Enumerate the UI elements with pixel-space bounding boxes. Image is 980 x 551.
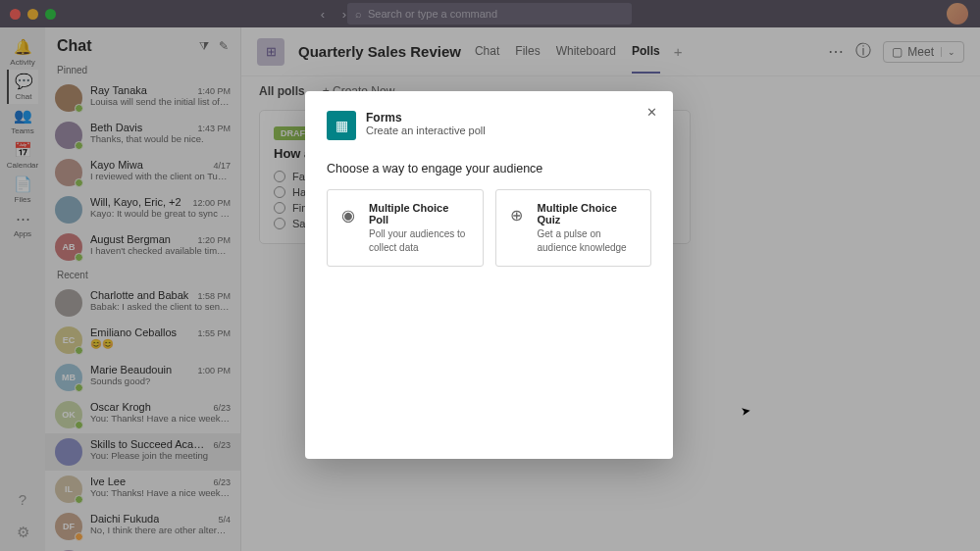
forms-modal: ✕ ▦ Forms Create an interactive poll Cho…: [305, 91, 673, 459]
option-desc: Get a pulse on audience knowledge: [538, 227, 640, 254]
modal-app-name: Forms: [366, 111, 486, 125]
close-icon[interactable]: ✕: [646, 105, 657, 120]
poll-type-option[interactable]: ⊕Multiple Choice QuizGet a pulse on audi…: [495, 189, 652, 267]
forms-app-icon: ▦: [327, 111, 356, 140]
poll-type-option[interactable]: ◉Multiple Choice PollPoll your audiences…: [327, 189, 484, 267]
option-icon: ◉: [337, 204, 359, 225]
option-desc: Poll your audiences to collect data: [369, 227, 471, 254]
option-icon: ⊕: [506, 204, 528, 225]
modal-subtitle: Create an interactive poll: [366, 125, 486, 136]
option-title: Multiple Choice Poll: [369, 202, 471, 225]
option-title: Multiple Choice Quiz: [538, 202, 640, 225]
modal-prompt: Choose a way to engage your audience: [327, 162, 651, 175]
